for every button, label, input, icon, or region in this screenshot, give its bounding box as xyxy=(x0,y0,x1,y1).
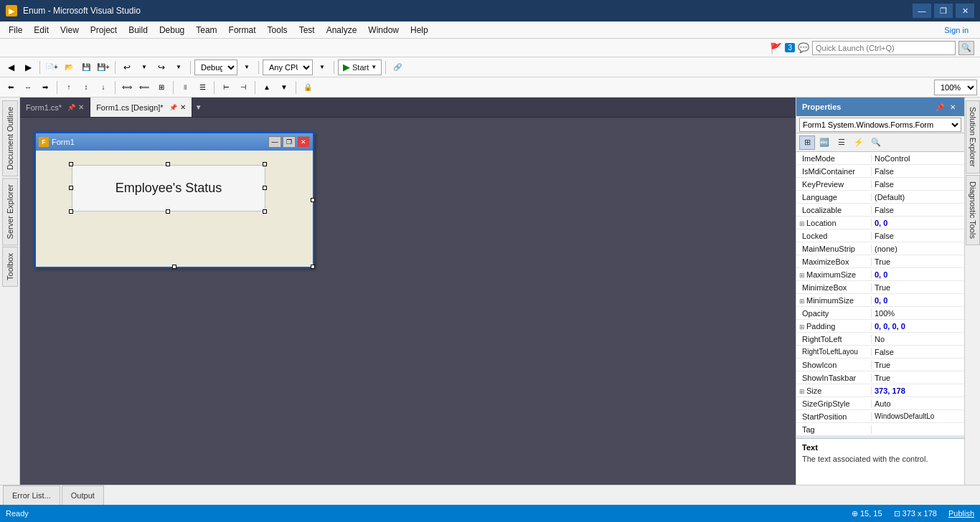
form1-design-window[interactable]: F Form1 — ❐ ✕ Employee's Status xyxy=(34,132,314,268)
menu-window[interactable]: Window xyxy=(362,24,405,37)
align-top-btn[interactable]: ↑ xyxy=(61,80,77,95)
menu-build[interactable]: Build xyxy=(123,24,154,37)
resize-handle-tl[interactable] xyxy=(69,162,73,166)
save-all-btn[interactable]: 💾+ xyxy=(95,60,111,75)
align-bottom-btn[interactable]: ↓ xyxy=(95,80,111,95)
undo-dropdown-btn[interactable]: ▼ xyxy=(136,60,152,75)
menu-view[interactable]: View xyxy=(55,24,85,37)
publish-button[interactable]: Publish xyxy=(948,509,974,518)
form1-restore-btn[interactable]: ❐ xyxy=(283,136,296,148)
search-button[interactable]: 🔍 xyxy=(958,41,974,55)
feedback-icon: 💬 xyxy=(798,42,809,53)
platform-select[interactable]: Any CPU xyxy=(263,60,313,75)
tab-form1cs-design-pin[interactable]: 📌 xyxy=(169,104,177,111)
tab-error-list[interactable]: Error List... xyxy=(3,485,60,505)
debug-config-dropdown[interactable]: ▼ xyxy=(239,60,255,75)
resize-handle-tr[interactable] xyxy=(263,162,267,166)
resize-handle-br[interactable] xyxy=(263,209,267,214)
zoom-select[interactable]: 100% xyxy=(934,80,977,95)
prop-events-btn[interactable]: ⚡ xyxy=(851,136,867,150)
menu-project[interactable]: Project xyxy=(85,24,123,37)
restore-button[interactable]: ❐ xyxy=(934,4,953,18)
prop-alphabetical-btn[interactable]: 🔤 xyxy=(816,136,832,150)
debug-config-select[interactable]: Debug xyxy=(194,60,237,75)
prop-row-showintaskbar: ShowInTaskbar True xyxy=(796,371,964,384)
form1-close-btn[interactable]: ✕ xyxy=(297,136,310,148)
menu-format[interactable]: Format xyxy=(223,24,262,37)
properties-pin-btn[interactable]: 📌 xyxy=(934,101,946,113)
vert-space-btn[interactable]: ☰ xyxy=(194,80,210,95)
same-both-btn[interactable]: ⊞ xyxy=(154,80,169,95)
close-button[interactable]: ✕ xyxy=(956,4,974,18)
menu-file[interactable]: File xyxy=(3,24,28,37)
menu-help[interactable]: Help xyxy=(405,24,434,37)
menu-edit[interactable]: Edit xyxy=(28,24,55,37)
tab-form1cs-close[interactable]: ✕ xyxy=(78,103,84,111)
redo-btn[interactable]: ↪ xyxy=(154,60,169,75)
main-layout: Document Outline Server Explorer Toolbox… xyxy=(0,98,980,485)
lock-controls-btn[interactable]: 🔒 xyxy=(300,80,316,95)
form1-minimize-btn[interactable]: — xyxy=(268,136,281,148)
tab-output[interactable]: Output xyxy=(62,485,104,505)
menu-test[interactable]: Test xyxy=(293,24,321,37)
redo-dropdown-btn[interactable]: ▼ xyxy=(171,60,187,75)
prop-properties-btn[interactable]: ☰ xyxy=(834,136,849,150)
platform-dropdown[interactable]: ▼ xyxy=(314,60,330,75)
tab-form1cs-pin[interactable]: 📌 xyxy=(67,104,75,111)
tab-form1cs-design-label: Form1.cs [Design]* xyxy=(96,103,164,112)
tab-form1cs-design-close[interactable]: ✕ xyxy=(180,103,186,111)
open-btn[interactable]: 📂 xyxy=(61,60,77,75)
sidebar-item-toolbox[interactable]: Toolbox xyxy=(2,247,18,287)
employee-status-label[interactable]: Employee's Status xyxy=(72,165,265,212)
align-mid-btn[interactable]: ↕ xyxy=(78,80,94,95)
align-left-btn[interactable]: ⬅ xyxy=(3,80,19,95)
sidebar-item-server-explorer[interactable]: Server Explorer xyxy=(2,178,18,245)
prop-desc-title: Text xyxy=(802,443,958,452)
tab-form1cs[interactable]: Form1.cs* 📌 ✕ xyxy=(20,98,90,117)
title-bar-left: ▶ Enum - Microsoft Visual Studio xyxy=(6,5,141,16)
same-height-btn[interactable]: ⟸ xyxy=(136,80,152,95)
form-resize-corner[interactable] xyxy=(311,265,315,269)
menu-analyze[interactable]: Analyze xyxy=(321,24,363,37)
form-resize-right[interactable] xyxy=(311,198,315,202)
horiz-space-btn[interactable]: ⦀ xyxy=(177,80,193,95)
center-vert-btn[interactable]: ⊣ xyxy=(235,80,251,95)
sep4 xyxy=(258,61,259,74)
save-btn[interactable]: 💾 xyxy=(78,60,94,75)
sign-in-area[interactable]: Sign in xyxy=(936,26,977,34)
menu-debug[interactable]: Debug xyxy=(154,24,190,37)
center-horiz-btn[interactable]: ⊢ xyxy=(218,80,234,95)
attach-btn[interactable]: 🔗 xyxy=(390,60,405,75)
resize-handle-tm[interactable] xyxy=(166,162,170,166)
resize-handle-bm[interactable] xyxy=(166,209,170,214)
minimize-button[interactable]: — xyxy=(913,4,931,18)
sidebar-item-solution-explorer[interactable]: Solution Explorer xyxy=(966,100,980,174)
prop-categorized-btn[interactable]: ⊞ xyxy=(799,136,815,150)
menu-team[interactable]: Team xyxy=(190,24,222,37)
resize-handle-bl[interactable] xyxy=(69,209,73,214)
status-size: ⊡ 373 x 178 xyxy=(894,509,937,518)
align-center-btn[interactable]: ↔ xyxy=(20,80,36,95)
prop-search-btn[interactable]: 🔍 xyxy=(868,136,884,150)
send-back-btn[interactable]: ▼ xyxy=(276,80,292,95)
back-btn[interactable]: ◀ xyxy=(3,60,19,75)
prop-row-language: Language (Default) xyxy=(796,191,964,204)
forward-btn[interactable]: ▶ xyxy=(20,60,36,75)
bring-front-btn[interactable]: ▲ xyxy=(259,80,275,95)
resize-handle-mr[interactable] xyxy=(263,186,267,190)
start-button[interactable]: ▶ Start ▼ xyxy=(338,60,382,75)
align-right-btn[interactable]: ➡ xyxy=(37,80,53,95)
tab-scroll-button[interactable]: ▼ xyxy=(192,98,205,117)
resize-handle-ml[interactable] xyxy=(69,186,73,190)
same-width-btn[interactable]: ⟺ xyxy=(119,80,135,95)
properties-close-btn[interactable]: ✕ xyxy=(947,101,958,113)
tab-form1cs-design[interactable]: Form1.cs [Design]* 📌 ✕ xyxy=(90,98,192,117)
menu-tools[interactable]: Tools xyxy=(262,24,293,37)
properties-object-select[interactable]: Form1 System.Windows.Forms.Form xyxy=(799,118,961,132)
search-input[interactable] xyxy=(812,41,956,55)
undo-btn[interactable]: ↩ xyxy=(119,60,135,75)
sidebar-item-diagnostic-tools[interactable]: Diagnostic Tools xyxy=(966,175,980,245)
new-project-btn[interactable]: 📄+ xyxy=(44,60,60,75)
form-resize-bottom[interactable] xyxy=(172,265,176,269)
sidebar-item-document-outline[interactable]: Document Outline xyxy=(2,100,18,176)
